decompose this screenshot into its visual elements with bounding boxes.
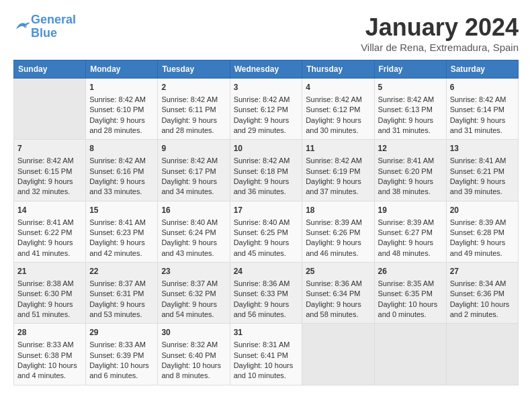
- day-info: Sunrise: 8:39 AM: [450, 218, 515, 228]
- calendar-cell: 31Sunrise: 8:31 AMSunset: 6:41 PMDayligh…: [230, 324, 302, 385]
- day-number: 15: [89, 205, 154, 216]
- calendar-cell: 21Sunrise: 8:38 AMSunset: 6:30 PMDayligh…: [14, 263, 86, 324]
- day-info: Daylight: 9 hours: [450, 177, 515, 187]
- day-info: and 53 minutes.: [89, 310, 154, 320]
- day-number: 3: [234, 82, 299, 93]
- day-info: Sunrise: 8:36 AM: [234, 279, 299, 289]
- day-info: Daylight: 10 hours: [234, 361, 299, 371]
- day-info: Sunset: 6:20 PM: [378, 167, 443, 177]
- day-number: 19: [378, 205, 443, 216]
- day-info: Daylight: 9 hours: [234, 116, 299, 126]
- day-info: and 42 minutes.: [89, 248, 154, 259]
- day-number: 21: [17, 266, 82, 277]
- day-info: Sunset: 6:21 PM: [450, 167, 515, 177]
- day-info: Daylight: 9 hours: [17, 300, 82, 310]
- page-header: General Blue January 2024 Villar de Rena…: [13, 13, 519, 53]
- day-info: Sunset: 6:22 PM: [17, 228, 82, 238]
- day-info: Sunrise: 8:31 AM: [234, 340, 299, 350]
- day-number: 5: [378, 82, 443, 93]
- day-info: Sunrise: 8:39 AM: [378, 218, 443, 228]
- day-info: Sunset: 6:12 PM: [234, 105, 299, 115]
- day-number: 10: [234, 143, 299, 154]
- day-info: Daylight: 9 hours: [234, 300, 299, 310]
- day-info: Daylight: 10 hours: [161, 361, 226, 371]
- day-info: and 58 minutes.: [306, 310, 370, 320]
- day-info: Sunset: 6:15 PM: [17, 167, 82, 177]
- day-info: and 8 minutes.: [161, 371, 226, 381]
- day-info: and 32 minutes.: [17, 187, 82, 197]
- calendar-cell: [302, 324, 374, 385]
- weekday-header: Thursday: [302, 60, 374, 79]
- calendar-cell: 8Sunrise: 8:42 AMSunset: 6:16 PMDaylight…: [86, 140, 158, 201]
- logo: General Blue: [13, 13, 76, 40]
- day-info: and 48 minutes.: [378, 248, 443, 259]
- logo-line2: Blue: [31, 26, 57, 40]
- day-info: Daylight: 9 hours: [89, 300, 154, 310]
- day-info: Daylight: 9 hours: [378, 116, 443, 126]
- calendar-subtitle: Villar de Rena, Extremadura, Spain: [361, 42, 519, 53]
- day-info: Sunset: 6:23 PM: [89, 228, 154, 238]
- day-info: Sunset: 6:26 PM: [306, 228, 370, 238]
- day-number: 1: [89, 82, 154, 93]
- day-number: 27: [450, 266, 515, 277]
- day-info: Daylight: 9 hours: [17, 238, 82, 248]
- day-info: Daylight: 9 hours: [234, 238, 299, 248]
- calendar-week-row: 7Sunrise: 8:42 AMSunset: 6:15 PMDaylight…: [14, 140, 519, 201]
- day-number: 26: [378, 266, 443, 277]
- day-number: 14: [17, 205, 82, 216]
- calendar-cell: 13Sunrise: 8:41 AMSunset: 6:21 PMDayligh…: [446, 140, 518, 201]
- weekday-header: Friday: [374, 60, 446, 79]
- calendar-cell: 3Sunrise: 8:42 AMSunset: 6:12 PMDaylight…: [230, 79, 302, 140]
- logo-text: General Blue: [31, 13, 76, 40]
- day-info: Daylight: 9 hours: [161, 300, 226, 310]
- weekday-header: Monday: [86, 60, 158, 79]
- weekday-header: Saturday: [446, 60, 518, 79]
- day-info: and 43 minutes.: [161, 248, 226, 259]
- day-info: Sunrise: 8:39 AM: [306, 218, 370, 228]
- weekday-header: Tuesday: [158, 60, 230, 79]
- day-info: Daylight: 10 hours: [89, 361, 154, 371]
- day-number: 24: [234, 266, 299, 277]
- day-info: Sunrise: 8:42 AM: [161, 156, 226, 166]
- day-number: 25: [306, 266, 370, 277]
- day-info: Sunrise: 8:37 AM: [161, 279, 226, 289]
- calendar-cell: [446, 324, 518, 385]
- day-info: Sunrise: 8:41 AM: [450, 156, 515, 166]
- day-info: Daylight: 9 hours: [306, 238, 370, 248]
- calendar-cell: 18Sunrise: 8:39 AMSunset: 6:26 PMDayligh…: [302, 201, 374, 262]
- day-info: and 56 minutes.: [234, 310, 299, 320]
- day-info: Sunset: 6:10 PM: [89, 105, 154, 115]
- day-info: Sunset: 6:41 PM: [234, 351, 299, 361]
- calendar-cell: 29Sunrise: 8:33 AMSunset: 6:39 PMDayligh…: [86, 324, 158, 385]
- day-info: and 4 minutes.: [17, 371, 82, 381]
- day-info: Sunrise: 8:41 AM: [89, 218, 154, 228]
- logo-icon: [15, 19, 31, 32]
- day-info: and 33 minutes.: [89, 187, 154, 197]
- day-number: 6: [450, 82, 515, 93]
- day-info: Sunset: 6:27 PM: [378, 228, 443, 238]
- day-info: Daylight: 9 hours: [306, 116, 370, 126]
- calendar-cell: 27Sunrise: 8:34 AMSunset: 6:36 PMDayligh…: [446, 263, 518, 324]
- day-info: Sunrise: 8:35 AM: [378, 279, 443, 289]
- day-info: Daylight: 10 hours: [378, 300, 443, 310]
- calendar-cell: 1Sunrise: 8:42 AMSunset: 6:10 PMDaylight…: [86, 79, 158, 140]
- day-number: 30: [161, 327, 226, 338]
- day-info: Sunrise: 8:42 AM: [161, 95, 226, 105]
- day-info: Sunset: 6:19 PM: [306, 167, 370, 177]
- day-info: and 0 minutes.: [378, 310, 443, 320]
- day-info: Daylight: 9 hours: [17, 177, 82, 187]
- day-info: and 2 minutes.: [450, 310, 515, 320]
- day-number: 29: [89, 327, 154, 338]
- day-info: Sunrise: 8:42 AM: [450, 95, 515, 105]
- day-info: Sunrise: 8:33 AM: [89, 340, 154, 350]
- day-info: Sunrise: 8:34 AM: [450, 279, 515, 289]
- day-info: and 31 minutes.: [450, 126, 515, 136]
- day-info: Sunset: 6:39 PM: [89, 351, 154, 361]
- day-info: Sunset: 6:25 PM: [234, 228, 299, 238]
- day-number: 12: [378, 143, 443, 154]
- day-info: Daylight: 9 hours: [234, 177, 299, 187]
- day-number: 9: [161, 143, 226, 154]
- calendar-week-row: 1Sunrise: 8:42 AMSunset: 6:10 PMDaylight…: [14, 79, 519, 140]
- calendar-cell: 16Sunrise: 8:40 AMSunset: 6:24 PMDayligh…: [158, 201, 230, 262]
- calendar-cell: 10Sunrise: 8:42 AMSunset: 6:18 PMDayligh…: [230, 140, 302, 201]
